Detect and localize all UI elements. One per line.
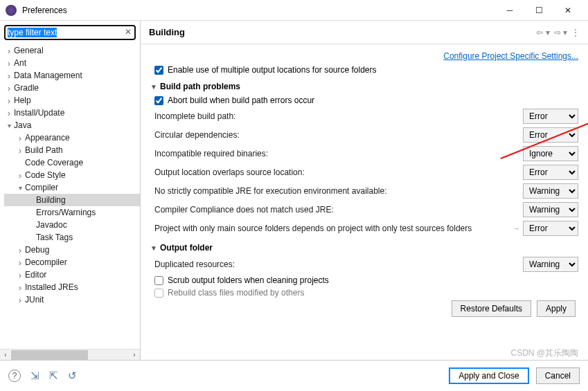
- tree-label: Debug: [25, 245, 49, 255]
- severity-select[interactable]: ErrorWarningIgnore: [523, 221, 578, 236]
- expand-icon[interactable]: [15, 184, 25, 192]
- tree-label: JUnit: [25, 295, 44, 304]
- option-label: Compiler Compliance does not match used …: [154, 205, 523, 215]
- history-icon[interactable]: ↺: [68, 370, 77, 382]
- expand-icon[interactable]: [15, 270, 25, 280]
- tree-item-decompiler[interactable]: Decompiler: [4, 256, 140, 269]
- option-row: Duplicated resources:ErrorWarningIgnore: [154, 257, 578, 272]
- severity-select[interactable]: ErrorWarningIgnore: [523, 146, 578, 161]
- tree-item-java[interactable]: Java: [4, 119, 140, 131]
- tree-item-junit[interactable]: JUnit: [4, 293, 140, 306]
- project-specific-link[interactable]: Configure Project Specific Settings...: [443, 51, 578, 61]
- option-row: Output location overlaps source location…: [154, 165, 578, 180]
- severity-select[interactable]: ErrorWarningIgnore: [523, 165, 578, 180]
- cancel-button[interactable]: Cancel: [536, 367, 580, 384]
- tree-item-code-style[interactable]: Code Style: [4, 169, 140, 181]
- tree-label: Build Path: [25, 145, 63, 155]
- expand-icon[interactable]: [4, 96, 14, 106]
- option-label: Circular dependencies:: [154, 130, 523, 140]
- tree-item-task-tags[interactable]: Task Tags: [4, 231, 140, 244]
- expand-icon[interactable]: [4, 58, 14, 69]
- tree-label: Appearance: [25, 133, 70, 143]
- tree-item-building[interactable]: Building: [4, 194, 140, 206]
- option-row: Incomplete build path:ErrorWarningIgnore: [154, 109, 578, 124]
- enable-multi-output-label: Enable use of multiple output locations …: [168, 65, 377, 75]
- preferences-tree[interactable]: GeneralAntData ManagementGradleHelpInsta…: [0, 43, 140, 349]
- import-icon[interactable]: ⇲: [30, 370, 39, 382]
- tree-item-javadoc[interactable]: Javadoc: [4, 219, 140, 231]
- sidebar: ✕ GeneralAntData ManagementGradleHelpIns…: [0, 21, 141, 360]
- expand-icon[interactable]: [15, 282, 25, 293]
- tree-item-install-update[interactable]: Install/Update: [4, 107, 140, 119]
- rebuild-class-checkbox[interactable]: [154, 289, 163, 298]
- restore-defaults-button[interactable]: Restore Defaults: [452, 300, 531, 317]
- close-button[interactable]: ✕: [553, 1, 582, 20]
- scrub-output-checkbox[interactable]: [154, 276, 163, 285]
- expand-icon[interactable]: [15, 257, 25, 268]
- forward-icon[interactable]: ⇨ ▾: [554, 28, 567, 37]
- option-row: Compiler Compliance does not match used …: [154, 202, 578, 217]
- expand-icon[interactable]: [4, 83, 14, 93]
- severity-select[interactable]: ErrorWarningIgnore: [523, 183, 578, 199]
- clear-filter-icon[interactable]: ✕: [125, 27, 132, 37]
- abort-build-label: Abort build when build path errors occur: [168, 96, 314, 105]
- section-build-path[interactable]: ▼Build path problems: [150, 82, 578, 91]
- expand-icon[interactable]: [15, 145, 25, 156]
- tree-item-build-path[interactable]: Build Path: [4, 144, 140, 156]
- minimize-button[interactable]: ─: [495, 1, 524, 20]
- tree-item-gradle[interactable]: Gradle: [4, 82, 140, 94]
- help-icon[interactable]: ?: [8, 370, 21, 382]
- expand-icon[interactable]: [15, 245, 25, 255]
- expand-icon[interactable]: [4, 108, 14, 118]
- option-row: Project with only main source folders de…: [154, 221, 578, 236]
- enable-multi-output-checkbox[interactable]: [154, 66, 163, 75]
- horizontal-scrollbar[interactable]: ‹›: [0, 349, 140, 360]
- severity-select[interactable]: ErrorWarningIgnore: [523, 127, 578, 143]
- tree-item-installed-jres[interactable]: Installed JREs: [4, 281, 140, 293]
- severity-select[interactable]: ErrorWarningIgnore: [523, 202, 578, 217]
- tree-item-editor[interactable]: Editor: [4, 269, 140, 281]
- option-row: Circular dependencies:ErrorWarningIgnore: [154, 127, 578, 143]
- maximize-button[interactable]: ☐: [524, 1, 553, 20]
- option-label: Incompatible required binaries:: [154, 149, 523, 158]
- tree-label: Task Tags: [36, 233, 73, 242]
- tree-label: Help: [14, 96, 31, 105]
- expand-icon[interactable]: [4, 71, 14, 81]
- tree-item-compiler[interactable]: Compiler: [4, 181, 140, 194]
- expand-icon[interactable]: [15, 133, 25, 143]
- abort-build-checkbox[interactable]: [154, 96, 163, 105]
- option-row: Incompatible required binaries:ErrorWarn…: [154, 146, 578, 161]
- tree-label: Errors/Warnings: [36, 208, 96, 217]
- expand-icon[interactable]: [15, 295, 25, 305]
- tree-label: Decompiler: [25, 257, 67, 267]
- tree-label: Compiler: [25, 183, 58, 192]
- tree-item-code-coverage[interactable]: Code Coverage: [4, 156, 140, 169]
- tree-item-appearance[interactable]: Appearance: [4, 131, 140, 144]
- option-label: Incomplete build path:: [154, 111, 523, 121]
- expand-icon[interactable]: [15, 170, 25, 181]
- tree-item-help[interactable]: Help: [4, 94, 140, 107]
- apply-button[interactable]: Apply: [537, 300, 576, 317]
- expand-icon[interactable]: [4, 46, 14, 56]
- tree-label: General: [14, 46, 44, 55]
- severity-select[interactable]: ErrorWarningIgnore: [523, 257, 578, 272]
- page-title: Building: [149, 27, 532, 37]
- filter-input[interactable]: [4, 25, 136, 40]
- tree-label: Java: [14, 120, 31, 130]
- tree-item-ant[interactable]: Ant: [4, 57, 140, 69]
- tree-label: Ant: [14, 58, 26, 68]
- severity-select[interactable]: ErrorWarningIgnore: [523, 109, 578, 124]
- menu-icon[interactable]: ⋮: [571, 28, 580, 37]
- apply-and-close-button[interactable]: Apply and Close: [449, 367, 528, 384]
- section-output-folder[interactable]: ▼Output folder: [150, 243, 578, 253]
- tree-label: Installed JREs: [25, 282, 78, 292]
- goto-icon[interactable]: →: [513, 224, 520, 233]
- expand-icon[interactable]: [4, 122, 14, 129]
- tree-item-general[interactable]: General: [4, 44, 140, 57]
- titlebar: Preferences ─ ☐ ✕: [0, 0, 588, 21]
- tree-item-debug[interactable]: Debug: [4, 244, 140, 256]
- back-icon[interactable]: ⇦ ▾: [536, 28, 549, 37]
- tree-item-errors-warnings[interactable]: Errors/Warnings: [4, 206, 140, 219]
- export-icon[interactable]: ⇱: [49, 370, 58, 382]
- tree-item-data-management[interactable]: Data Management: [4, 69, 140, 82]
